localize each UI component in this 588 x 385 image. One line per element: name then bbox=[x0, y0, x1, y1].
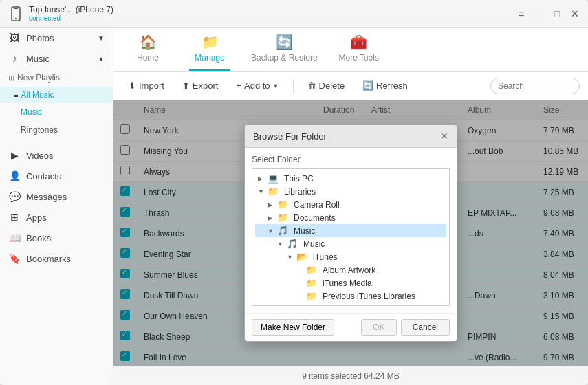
sidebar-item-messages[interactable]: 💬 Messages bbox=[0, 186, 113, 207]
tree-item-label: iTunes bbox=[313, 252, 338, 262]
books-icon: 📖 bbox=[8, 232, 21, 243]
new-playlist-row[interactable]: ⊞ New Playlist bbox=[0, 69, 113, 87]
make-new-folder-button[interactable]: Make New Folder bbox=[252, 319, 334, 336]
sidebar: 🖼 Photos ▼ ♪ Music ▲ ⊞ New Playlist ≡ Al… bbox=[0, 28, 113, 385]
sidebar-item-contacts[interactable]: 👤 Contacts bbox=[0, 166, 113, 186]
backup-tab-icon: 🔄 bbox=[276, 34, 293, 50]
tree-item-label: Pictures bbox=[294, 305, 323, 307]
refresh-icon: 🔄 bbox=[362, 80, 373, 91]
tree-item-label: Music bbox=[294, 226, 315, 236]
tree-chevron-icon: ▶ bbox=[258, 175, 265, 182]
manage-tab-icon: 📁 bbox=[202, 34, 219, 50]
main-layout: 🖼 Photos ▼ ♪ Music ▲ ⊞ New Playlist ≡ Al… bbox=[0, 28, 588, 385]
cancel-button[interactable]: Cancel bbox=[401, 319, 450, 336]
sidebar-item-apps[interactable]: ⊞ Apps bbox=[0, 207, 113, 228]
tree-item-itunes[interactable]: ▼📂iTunes bbox=[255, 250, 446, 263]
folder-icon: 📁 bbox=[277, 199, 288, 210]
delete-icon: 🗑 bbox=[307, 80, 316, 91]
music-icon: ♪ bbox=[8, 53, 21, 64]
status-bar: 9 items selected 64.24 MB bbox=[113, 366, 588, 385]
delete-button[interactable]: 🗑 Delete bbox=[301, 77, 352, 94]
chevron-music: ▲ bbox=[98, 55, 105, 63]
tree-chevron-icon: ▶ bbox=[268, 201, 274, 208]
sidebar-subitem-music[interactable]: Music bbox=[0, 103, 113, 121]
export-icon: ⬆ bbox=[182, 80, 190, 91]
tree-chevron-icon: ▼ bbox=[287, 254, 294, 261]
folder-icon: 💻 bbox=[268, 173, 279, 184]
sidebar-item-photos[interactable]: 🖼 Photos ▼ bbox=[0, 28, 113, 48]
bookmarks-icon: 🔖 bbox=[8, 253, 21, 264]
tab-tools-label: More Tools bbox=[338, 53, 378, 63]
sidebar-item-books[interactable]: 📖 Books bbox=[0, 228, 113, 248]
addto-icon: + bbox=[236, 80, 241, 91]
modal-title-bar: Browse For Folder ✕ bbox=[245, 125, 457, 148]
folder-icon: 📁 bbox=[277, 212, 288, 223]
tree-item-label: iTunes Media bbox=[323, 278, 372, 288]
menu-button[interactable]: ≡ bbox=[516, 9, 526, 19]
tab-backup[interactable]: 🔄 Backup & Restore bbox=[251, 34, 318, 71]
tree-item-thispc[interactable]: ▶💻This PC bbox=[255, 172, 446, 185]
sidebar-item-label-music: Music bbox=[26, 54, 50, 64]
close-button[interactable]: ✕ bbox=[570, 9, 580, 19]
tab-home-label: Home bbox=[137, 53, 159, 63]
tree-item-itunesmedia[interactable]: 📁iTunes Media bbox=[255, 276, 446, 289]
sidebar-item-bookmarks[interactable]: 🔖 Bookmarks bbox=[0, 248, 113, 269]
export-button[interactable]: ⬆ Export bbox=[175, 77, 226, 94]
import-button[interactable]: ⬇ Import bbox=[122, 77, 171, 94]
folder-tree[interactable]: ▶💻This PC▼📁Libraries▶📁Camera Roll▶📁Docum… bbox=[252, 168, 450, 306]
tree-item-documents[interactable]: ▶📁Documents bbox=[255, 211, 446, 224]
modal-select-label: Select Folder bbox=[252, 155, 450, 164]
tab-tools[interactable]: 🧰 More Tools bbox=[338, 34, 380, 71]
tree-item-label: Album Artwork bbox=[323, 265, 375, 275]
plus-icon: ⊞ bbox=[8, 74, 14, 82]
tree-item-previouslibraries[interactable]: 📁Previous iTunes Libraries bbox=[255, 289, 446, 302]
right-panel: 🏠 Home 📁 Manage 🔄 Backup & Restore 🧰 Mor… bbox=[113, 28, 588, 385]
sidebar-item-label-apps: Apps bbox=[26, 212, 47, 223]
sidebar-item-label-contacts: Contacts bbox=[26, 171, 61, 182]
status-text: 9 items selected 64.24 MB bbox=[302, 371, 399, 381]
folder-icon: 📁 bbox=[277, 304, 288, 306]
ok-button[interactable]: OK bbox=[361, 319, 396, 336]
tree-item-label: Documents bbox=[294, 213, 336, 223]
sidebar-item-label-bookmarks: Bookmarks bbox=[26, 254, 71, 264]
tree-item-label: Camera Roll bbox=[294, 200, 340, 210]
maximize-button[interactable]: □ bbox=[552, 9, 562, 19]
folder-icon: 📁 bbox=[268, 186, 279, 197]
folder-icon: 🎵 bbox=[287, 239, 298, 249]
sidebar-item-music[interactable]: ♪ Music ▲ bbox=[0, 48, 113, 69]
folder-icon: 📁 bbox=[306, 265, 317, 275]
browse-folder-modal: Browse For Folder ✕ Select Folder ▶💻This… bbox=[244, 124, 457, 342]
tree-chevron-icon: ▶ bbox=[268, 306, 274, 307]
sidebar-item-label-videos: Videos bbox=[26, 151, 54, 161]
tree-item-music2[interactable]: ▼🎵Music bbox=[255, 237, 446, 250]
videos-icon: ▶ bbox=[8, 150, 21, 161]
tree-item-libraries[interactable]: ▼📁Libraries bbox=[255, 185, 446, 198]
messages-icon: 💬 bbox=[8, 191, 21, 202]
import-icon: ⬇ bbox=[129, 80, 136, 91]
modal-close-button[interactable]: ✕ bbox=[440, 131, 448, 142]
sidebar-subitem-ringtones[interactable]: Ringtones bbox=[0, 121, 113, 139]
modal-body: Select Folder ▶💻This PC▼📁Libraries▶📁Came… bbox=[245, 148, 457, 313]
nav-tabs: 🏠 Home 📁 Manage 🔄 Backup & Restore 🧰 Mor… bbox=[113, 28, 588, 72]
tab-manage[interactable]: 📁 Manage bbox=[189, 34, 230, 71]
all-music-item[interactable]: ≡ All Music bbox=[0, 87, 113, 103]
minimize-button[interactable]: − bbox=[534, 9, 544, 19]
title-bar: Top-lanse'... (iPhone 7) connected ≡ − □… bbox=[0, 0, 588, 28]
refresh-button[interactable]: 🔄 Refresh bbox=[356, 77, 415, 94]
search-input[interactable] bbox=[490, 78, 580, 94]
contacts-icon: 👤 bbox=[8, 170, 21, 182]
toolbar-sep bbox=[293, 79, 294, 93]
tree-item-music[interactable]: ▼🎵Music bbox=[255, 224, 446, 237]
tree-item-cameraroll[interactable]: ▶📁Camera Roll bbox=[255, 198, 446, 211]
folder-icon: 📁 bbox=[306, 278, 317, 288]
modal-title: Browse For Folder bbox=[253, 131, 327, 142]
title-bar-left: Top-lanse'... (iPhone 7) connected bbox=[8, 5, 113, 22]
modal-footer: Make New Folder OK Cancel bbox=[245, 313, 457, 341]
tree-chevron-icon: ▼ bbox=[268, 228, 274, 234]
tree-chevron-icon: ▶ bbox=[268, 214, 274, 221]
addto-button[interactable]: + Add to ▼ bbox=[229, 77, 285, 94]
tree-item-albumartwork[interactable]: 📁Album Artwork bbox=[255, 263, 446, 276]
tree-item-pictures[interactable]: ▶📁Pictures bbox=[255, 302, 446, 306]
sidebar-item-videos[interactable]: ▶ Videos bbox=[0, 145, 113, 166]
tab-home[interactable]: 🏠 Home bbox=[127, 34, 168, 71]
